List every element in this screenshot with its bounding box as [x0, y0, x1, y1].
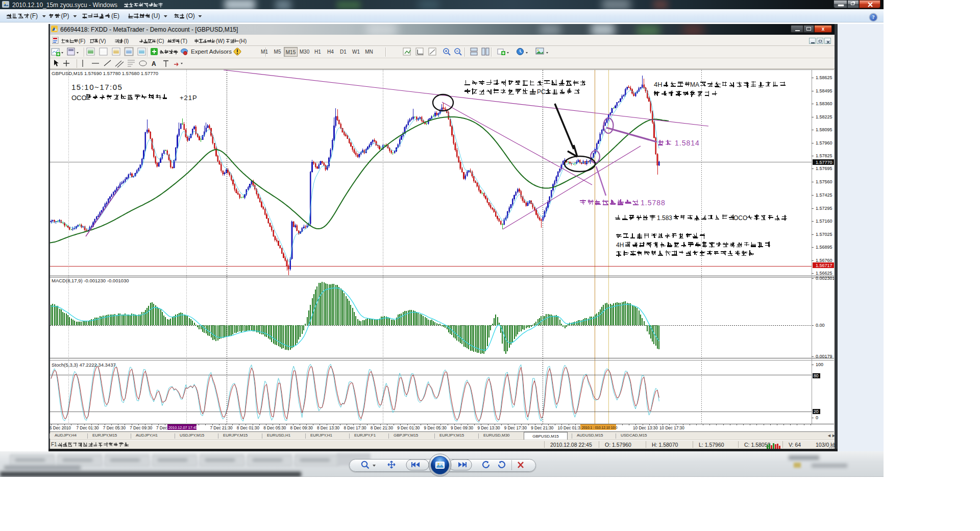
svg-text:0.002301: 0.002301	[816, 276, 834, 281]
svg-text:7 Dec 21:30: 7 Dec 21:30	[210, 426, 233, 430]
svg-text:1.57160: 1.57160	[816, 219, 832, 224]
svg-text:PC: PC	[537, 88, 546, 95]
svg-text:8 Dec 05:30: 8 Dec 05:30	[263, 426, 286, 430]
svg-text:7 Dec 05:30: 7 Dec 05:30	[103, 426, 126, 430]
svg-text:20: 20	[814, 409, 819, 414]
svg-text:9 Dec 01:30: 9 Dec 01:30	[397, 426, 420, 430]
svg-text:1.58495: 1.58495	[816, 88, 832, 93]
svg-text:9 Dec 17:30: 9 Dec 17:30	[504, 426, 527, 430]
svg-text:2010.12.07 17:45: 2010.12.07 17:45	[168, 425, 198, 430]
svg-text:9 Dec 09:30: 9 Dec 09:30	[451, 426, 474, 430]
svg-text:7 Dec: 7 Dec	[156, 426, 167, 430]
svg-text:4H: 4H	[654, 81, 663, 88]
svg-text:9 Dec 05:30: 9 Dec 05:30	[424, 426, 447, 430]
svg-text:GBPUSD,M15 1.57690 1.57780 1.: GBPUSD,M15 1.57690 1.57780 1.57680 1.577…	[52, 70, 158, 76]
svg-text:4H: 4H	[616, 242, 624, 249]
svg-text:1.56895: 1.56895	[816, 245, 832, 250]
svg-text:OCO: OCO	[71, 94, 87, 102]
svg-text:1.57695: 1.57695	[816, 166, 832, 171]
svg-text:0.00: 0.00	[816, 323, 825, 328]
svg-text:1.56760: 1.56760	[816, 258, 832, 263]
svg-text:8 Dec 01:30: 8 Dec 01:30	[237, 426, 260, 430]
svg-text:1.5814: 1.5814	[675, 139, 700, 147]
svg-text:80: 80	[814, 373, 819, 378]
svg-text:7 Dec 01:30: 7 Dec 01:30	[76, 426, 99, 430]
svg-text:2010.1 : 010.12.10 10:0: 2010.1 : 010.12.10 10:0	[582, 426, 618, 429]
svg-text:1.57825: 1.57825	[816, 153, 832, 158]
svg-text:1.57560: 1.57560	[816, 179, 832, 184]
svg-text:Stoch(5,3,3) 47.2222 34.3437: Stoch(5,3,3) 47.2222 34.3437	[52, 362, 116, 368]
svg-text:A: A	[152, 60, 156, 67]
svg-text:1.56625: 1.56625	[816, 271, 832, 276]
svg-text:MACD(8,17,9) -0.001230 -0.0010: MACD(8,17,9) -0.001230 -0.001030	[52, 278, 129, 283]
svg-text:8 Dec 17:30: 8 Dec 17:30	[344, 426, 366, 430]
svg-text:OCO: OCO	[733, 214, 747, 222]
svg-text:1.57295: 1.57295	[816, 206, 832, 211]
svg-text:7 Dec 09:30: 7 Dec 09:30	[130, 426, 153, 430]
svg-text:10 Dec 13:30: 10 Dec 13:30	[633, 426, 658, 430]
svg-text:1.57025: 1.57025	[816, 232, 832, 237]
svg-text:10 Dec 01:30: 10 Dec 01:30	[558, 426, 583, 430]
svg-text:1.57425: 1.57425	[816, 192, 832, 198]
svg-text:MA: MA	[690, 81, 699, 88]
svg-text:1.58360: 1.58360	[816, 101, 832, 106]
svg-text:10 Dec 17:30: 10 Dec 17:30	[659, 426, 684, 430]
svg-text:8 Dec 21:30: 8 Dec 21:30	[371, 426, 394, 430]
svg-text:9 Dec 13:30: 9 Dec 13:30	[477, 426, 500, 430]
svg-text:1.583: 1.583	[657, 214, 672, 222]
svg-text:0.00179: 0.00179	[816, 354, 832, 359]
svg-text:15:10~17:05: 15:10~17:05	[71, 83, 122, 91]
svg-text:1.57960: 1.57960	[816, 140, 832, 146]
svg-text:1.58095: 1.58095	[816, 127, 832, 132]
svg-text:8 Dec 09:30: 8 Dec 09:30	[290, 426, 313, 430]
svg-text:1.58625: 1.58625	[816, 75, 832, 80]
svg-text:9 Dec 21:30: 9 Dec 21:30	[531, 426, 554, 430]
svg-text:0: 0	[816, 415, 818, 420]
svg-text:6 Dec 2010: 6 Dec 2010	[50, 426, 71, 430]
svg-text:+21P: +21P	[180, 94, 198, 102]
svg-text:8 Dec 13:30: 8 Dec 13:30	[317, 426, 340, 430]
svg-text:1.58225: 1.58225	[816, 114, 832, 119]
svg-text:1.5788: 1.5788	[641, 199, 666, 207]
svg-text:1.57770: 1.57770	[816, 160, 832, 165]
svg-text:100: 100	[816, 362, 823, 367]
svg-text:1.56717: 1.56717	[816, 263, 832, 268]
